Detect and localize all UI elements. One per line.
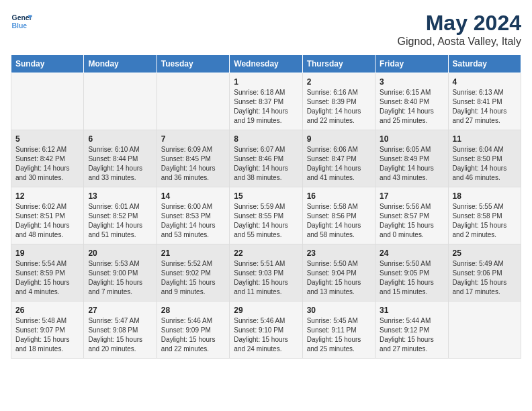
day-info: Sunrise: 5:47 AM Sunset: 9:08 PM Dayligh… <box>88 316 152 354</box>
col-friday: Friday <box>375 55 448 73</box>
table-row: 16Sunrise: 5:58 AM Sunset: 8:56 PM Dayli… <box>302 187 375 244</box>
table-row: 4Sunrise: 6:13 AM Sunset: 8:41 PM Daylig… <box>448 73 521 130</box>
svg-text:Blue: Blue <box>12 22 28 30</box>
table-row: 26Sunrise: 5:48 AM Sunset: 9:07 PM Dayli… <box>11 302 84 359</box>
day-info: Sunrise: 6:07 AM Sunset: 8:46 PM Dayligh… <box>234 145 298 183</box>
day-info: Sunrise: 6:12 AM Sunset: 8:42 PM Dayligh… <box>15 145 79 183</box>
day-number: 10 <box>380 134 443 144</box>
calendar-table: Sunday Monday Tuesday Wednesday Thursday… <box>11 54 521 359</box>
logo-icon: General Blue <box>11 11 32 32</box>
day-info: Sunrise: 6:01 AM Sunset: 8:52 PM Dayligh… <box>88 202 152 240</box>
table-row: 6Sunrise: 6:10 AM Sunset: 8:44 PM Daylig… <box>84 130 157 187</box>
table-row: 1Sunrise: 6:18 AM Sunset: 8:37 PM Daylig… <box>230 73 302 130</box>
day-info: Sunrise: 6:05 AM Sunset: 8:49 PM Dayligh… <box>380 145 443 183</box>
table-row <box>84 73 157 130</box>
day-number: 30 <box>307 306 371 315</box>
day-info: Sunrise: 5:59 AM Sunset: 8:55 PM Dayligh… <box>234 202 298 240</box>
day-info: Sunrise: 5:44 AM Sunset: 9:12 PM Dayligh… <box>380 316 443 354</box>
table-row: 12Sunrise: 6:02 AM Sunset: 8:51 PM Dayli… <box>11 187 84 244</box>
day-info: Sunrise: 5:55 AM Sunset: 8:58 PM Dayligh… <box>453 202 517 240</box>
day-info: Sunrise: 6:09 AM Sunset: 8:45 PM Dayligh… <box>161 145 225 183</box>
table-row: 30Sunrise: 5:45 AM Sunset: 9:11 PM Dayli… <box>302 302 375 359</box>
table-row: 22Sunrise: 5:51 AM Sunset: 9:03 PM Dayli… <box>230 244 302 302</box>
day-info: Sunrise: 5:56 AM Sunset: 8:57 PM Dayligh… <box>380 202 443 240</box>
day-info: Sunrise: 6:16 AM Sunset: 8:39 PM Dayligh… <box>307 88 371 126</box>
day-number: 6 <box>88 134 152 144</box>
table-row: 8Sunrise: 6:07 AM Sunset: 8:46 PM Daylig… <box>230 130 302 187</box>
table-row: 19Sunrise: 5:54 AM Sunset: 8:59 PM Dayli… <box>11 244 84 302</box>
day-number: 17 <box>380 191 443 201</box>
table-row: 21Sunrise: 5:52 AM Sunset: 9:02 PM Dayli… <box>157 244 229 302</box>
calendar-week-row: 5Sunrise: 6:12 AM Sunset: 8:42 PM Daylig… <box>11 130 521 187</box>
day-number: 16 <box>307 191 371 201</box>
day-number: 31 <box>380 306 443 315</box>
day-number: 29 <box>234 306 298 315</box>
day-info: Sunrise: 6:15 AM Sunset: 8:40 PM Dayligh… <box>380 88 443 126</box>
day-number: 22 <box>234 248 298 258</box>
table-row: 3Sunrise: 6:15 AM Sunset: 8:40 PM Daylig… <box>375 73 448 130</box>
day-number: 21 <box>161 248 225 258</box>
table-row <box>157 73 229 130</box>
day-number: 4 <box>453 77 517 87</box>
day-number: 24 <box>380 248 443 258</box>
day-info: Sunrise: 5:50 AM Sunset: 9:04 PM Dayligh… <box>307 259 371 297</box>
table-row: 9Sunrise: 6:06 AM Sunset: 8:47 PM Daylig… <box>302 130 375 187</box>
col-wednesday: Wednesday <box>230 55 302 73</box>
table-row <box>11 73 84 130</box>
day-number: 18 <box>453 191 517 201</box>
table-row: 20Sunrise: 5:53 AM Sunset: 9:00 PM Dayli… <box>84 244 157 302</box>
day-info: Sunrise: 6:18 AM Sunset: 8:37 PM Dayligh… <box>234 88 298 126</box>
main-title: May 2024 <box>398 11 521 36</box>
day-number: 3 <box>380 77 443 87</box>
day-info: Sunrise: 6:13 AM Sunset: 8:41 PM Dayligh… <box>453 88 517 126</box>
table-row: 5Sunrise: 6:12 AM Sunset: 8:42 PM Daylig… <box>11 130 84 187</box>
day-number: 12 <box>15 191 79 201</box>
table-row: 29Sunrise: 5:46 AM Sunset: 9:10 PM Dayli… <box>230 302 302 359</box>
page-header: General Blue May 2024 Gignod, Aosta Vall… <box>11 11 521 48</box>
col-tuesday: Tuesday <box>157 55 229 73</box>
table-row: 25Sunrise: 5:49 AM Sunset: 9:06 PM Dayli… <box>448 244 521 302</box>
col-sunday: Sunday <box>11 55 84 73</box>
day-info: Sunrise: 5:46 AM Sunset: 9:10 PM Dayligh… <box>234 316 298 354</box>
day-number: 26 <box>15 306 79 315</box>
table-row: 10Sunrise: 6:05 AM Sunset: 8:49 PM Dayli… <box>375 130 448 187</box>
day-number: 7 <box>161 134 225 144</box>
logo: General Blue <box>11 11 32 32</box>
table-row: 11Sunrise: 6:04 AM Sunset: 8:50 PM Dayli… <box>448 130 521 187</box>
day-number: 2 <box>307 77 371 87</box>
table-row: 31Sunrise: 5:44 AM Sunset: 9:12 PM Dayli… <box>375 302 448 359</box>
day-number: 20 <box>88 248 152 258</box>
day-info: Sunrise: 5:54 AM Sunset: 8:59 PM Dayligh… <box>15 259 79 297</box>
location-subtitle: Gignod, Aosta Valley, Italy <box>398 36 521 48</box>
table-row: 18Sunrise: 5:55 AM Sunset: 8:58 PM Dayli… <box>448 187 521 244</box>
day-number: 23 <box>307 248 371 258</box>
day-number: 15 <box>234 191 298 201</box>
day-number: 11 <box>453 134 517 144</box>
day-info: Sunrise: 5:50 AM Sunset: 9:05 PM Dayligh… <box>380 259 443 297</box>
table-row: 17Sunrise: 5:56 AM Sunset: 8:57 PM Dayli… <box>375 187 448 244</box>
day-info: Sunrise: 5:52 AM Sunset: 9:02 PM Dayligh… <box>161 259 225 297</box>
table-row: 2Sunrise: 6:16 AM Sunset: 8:39 PM Daylig… <box>302 73 375 130</box>
title-area: May 2024 Gignod, Aosta Valley, Italy <box>398 11 521 48</box>
day-info: Sunrise: 5:46 AM Sunset: 9:09 PM Dayligh… <box>161 316 225 354</box>
table-row: 14Sunrise: 6:00 AM Sunset: 8:53 PM Dayli… <box>157 187 229 244</box>
day-number: 28 <box>161 306 225 315</box>
day-number: 5 <box>15 134 79 144</box>
day-info: Sunrise: 5:45 AM Sunset: 9:11 PM Dayligh… <box>307 316 371 354</box>
table-row: 24Sunrise: 5:50 AM Sunset: 9:05 PM Dayli… <box>375 244 448 302</box>
col-monday: Monday <box>84 55 157 73</box>
day-info: Sunrise: 6:06 AM Sunset: 8:47 PM Dayligh… <box>307 145 371 183</box>
col-saturday: Saturday <box>448 55 521 73</box>
day-info: Sunrise: 6:00 AM Sunset: 8:53 PM Dayligh… <box>161 202 225 240</box>
calendar-week-row: 19Sunrise: 5:54 AM Sunset: 8:59 PM Dayli… <box>11 244 521 302</box>
calendar-week-row: 26Sunrise: 5:48 AM Sunset: 9:07 PM Dayli… <box>11 302 521 359</box>
day-number: 27 <box>88 306 152 315</box>
calendar-header-row: Sunday Monday Tuesday Wednesday Thursday… <box>11 55 521 73</box>
table-row: 28Sunrise: 5:46 AM Sunset: 9:09 PM Dayli… <box>157 302 229 359</box>
day-number: 25 <box>453 248 517 258</box>
day-info: Sunrise: 6:04 AM Sunset: 8:50 PM Dayligh… <box>453 145 517 183</box>
calendar-week-row: 1Sunrise: 6:18 AM Sunset: 8:37 PM Daylig… <box>11 73 521 130</box>
day-number: 13 <box>88 191 152 201</box>
day-number: 8 <box>234 134 298 144</box>
day-number: 19 <box>15 248 79 258</box>
